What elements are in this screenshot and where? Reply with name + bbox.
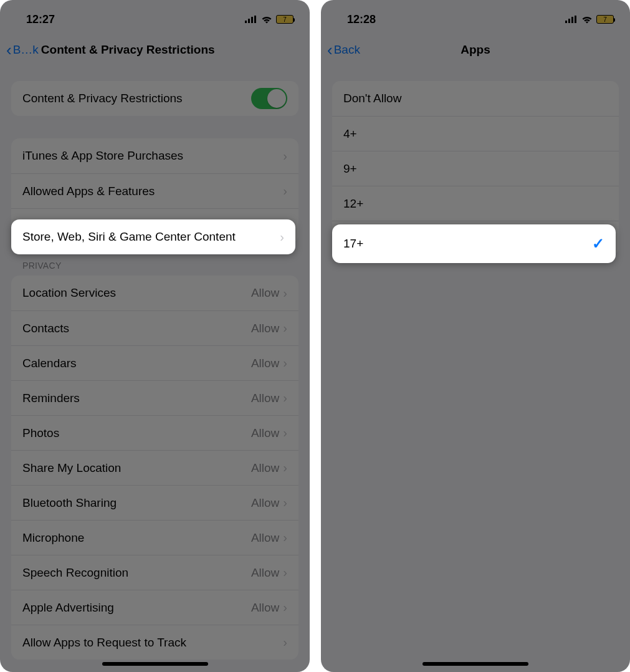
row-label: 12+	[343, 197, 608, 211]
svg-rect-3	[254, 16, 256, 23]
chevron-right-icon: ›	[283, 461, 287, 475]
row-label: Photos	[22, 426, 251, 440]
screenshot-left: 12:27 7 ‹ B…k Content & Privacy Restrict…	[0, 0, 310, 672]
row-store-web-content-highlight[interactable]: Store, Web, Siri & Game Center Content ›	[11, 219, 295, 254]
wifi-icon	[581, 16, 593, 24]
toggle-group: Content & Privacy Restrictions	[11, 81, 298, 116]
privacy-group: Location ServicesAllow›ContactsAllow›Cal…	[11, 276, 298, 660]
status-time: 12:27	[26, 13, 55, 26]
row-label: Don't Allow	[343, 92, 608, 105]
row-value: Allow	[251, 391, 279, 405]
chevron-right-icon: ›	[283, 321, 287, 335]
privacy-row[interactable]: PhotosAllow›	[11, 415, 298, 450]
row-label: Apple Advertising	[22, 601, 251, 615]
chevron-right-icon: ›	[283, 149, 287, 163]
age-rating-row[interactable]: 12+	[332, 186, 619, 221]
chevron-right-icon: ›	[283, 496, 287, 510]
svg-rect-4	[565, 21, 567, 23]
nav-bar: ‹ Back Apps	[321, 32, 630, 67]
row-label: Bluetooth Sharing	[22, 496, 251, 510]
privacy-row[interactable]: MicrophoneAllow›	[11, 520, 298, 555]
row-value: Allow	[251, 357, 279, 370]
privacy-row[interactable]: Allow Apps to Request to Track›	[11, 625, 298, 660]
status-indicators: 7	[565, 15, 614, 24]
cellular-icon	[245, 16, 257, 23]
row-value: Allow	[251, 286, 279, 300]
battery-icon: 7	[276, 15, 294, 24]
chevron-right-icon: ›	[283, 184, 287, 198]
svg-rect-7	[575, 16, 576, 23]
toggle-label: Content & Privacy Restrictions	[22, 92, 251, 105]
status-bar: 12:28 7	[321, 0, 630, 32]
row-value: Allow	[251, 566, 279, 580]
row-label: 4+	[343, 127, 608, 141]
age-rating-row[interactable]: 4+	[332, 116, 619, 151]
status-bar: 12:27 7	[0, 0, 310, 32]
back-button[interactable]: ‹ Back	[327, 42, 360, 58]
home-indicator[interactable]	[422, 662, 528, 666]
privacy-row[interactable]: ContactsAllow›	[11, 310, 298, 345]
privacy-row[interactable]: CalendarsAllow›	[11, 345, 298, 380]
row-label: Reminders	[22, 391, 251, 405]
age-rating-row[interactable]: 9+	[332, 151, 619, 186]
screenshot-right: 12:28 7 ‹ Back Apps Don't Allow4+9+12+17…	[321, 0, 630, 672]
privacy-row[interactable]: Speech RecognitionAllow›	[11, 555, 298, 590]
chevron-right-icon: ›	[280, 230, 284, 244]
battery-icon: 7	[596, 15, 614, 24]
age-rating-row[interactable]: Don't Allow	[332, 81, 619, 116]
svg-rect-5	[568, 19, 570, 23]
row-label: Microphone	[22, 531, 251, 545]
chevron-right-icon: ›	[283, 635, 287, 650]
row-value: Allow	[251, 496, 279, 510]
chevron-right-icon: ›	[283, 530, 287, 545]
row-itunes-purchases[interactable]: iTunes & App Store Purchases ›	[11, 138, 298, 173]
checkmark-icon: ✓	[592, 235, 604, 252]
chevron-right-icon: ›	[283, 356, 287, 370]
wifi-icon	[261, 16, 272, 24]
back-label: Back	[334, 43, 360, 57]
content-area: Content & Privacy Restrictions iTunes & …	[0, 67, 310, 672]
content-privacy-toggle-row[interactable]: Content & Privacy Restrictions	[11, 81, 298, 116]
row-label: 9+	[343, 162, 608, 176]
status-time: 12:28	[347, 13, 376, 26]
chevron-left-icon: ‹	[6, 42, 12, 58]
page-title: Apps	[321, 43, 630, 57]
svg-rect-2	[251, 17, 253, 23]
chevron-right-icon: ›	[283, 600, 287, 615]
nav-bar: ‹ B…k Content & Privacy Restrictions	[0, 32, 310, 67]
chevron-right-icon: ›	[283, 565, 287, 580]
svg-rect-6	[571, 17, 573, 23]
privacy-header: PRIVACY	[22, 261, 310, 271]
row-value: Allow	[251, 426, 279, 440]
chevron-right-icon: ›	[283, 286, 287, 300]
row-label: Allow Apps to Request to Track	[22, 636, 283, 650]
privacy-row[interactable]: Location ServicesAllow›	[11, 276, 298, 310]
toggle-switch[interactable]	[251, 88, 287, 109]
privacy-row[interactable]: Share My LocationAllow›	[11, 450, 298, 485]
home-indicator[interactable]	[102, 662, 208, 666]
row-value: Allow	[251, 461, 279, 475]
chevron-left-icon: ‹	[327, 42, 333, 58]
chevron-right-icon: ›	[283, 391, 287, 405]
privacy-row[interactable]: RemindersAllow›	[11, 380, 298, 415]
row-allowed-apps[interactable]: Allowed Apps & Features ›	[11, 173, 298, 208]
content-area: Don't Allow4+9+12+17+✓	[321, 67, 630, 672]
row-label: Location Services	[22, 286, 251, 300]
privacy-row[interactable]: Apple AdvertisingAllow›	[11, 590, 298, 625]
row-value: Allow	[251, 601, 279, 615]
status-indicators: 7	[245, 15, 294, 24]
svg-rect-0	[245, 21, 247, 23]
row-label: Contacts	[22, 322, 251, 335]
svg-rect-1	[248, 19, 250, 23]
chevron-right-icon: ›	[283, 426, 287, 440]
back-label: B…k	[13, 43, 39, 57]
row-label: Calendars	[22, 357, 251, 370]
row-label: Share My Location	[22, 461, 251, 475]
privacy-row[interactable]: Bluetooth SharingAllow›	[11, 485, 298, 520]
row-value: Allow	[251, 322, 279, 335]
page-title: Content & Privacy Restrictions	[41, 43, 215, 57]
row-17plus-highlight[interactable]: 17+ ✓	[332, 224, 616, 263]
back-button[interactable]: ‹ B…k	[6, 42, 39, 58]
row-value: Allow	[251, 531, 279, 545]
row-label: Speech Recognition	[22, 566, 251, 580]
